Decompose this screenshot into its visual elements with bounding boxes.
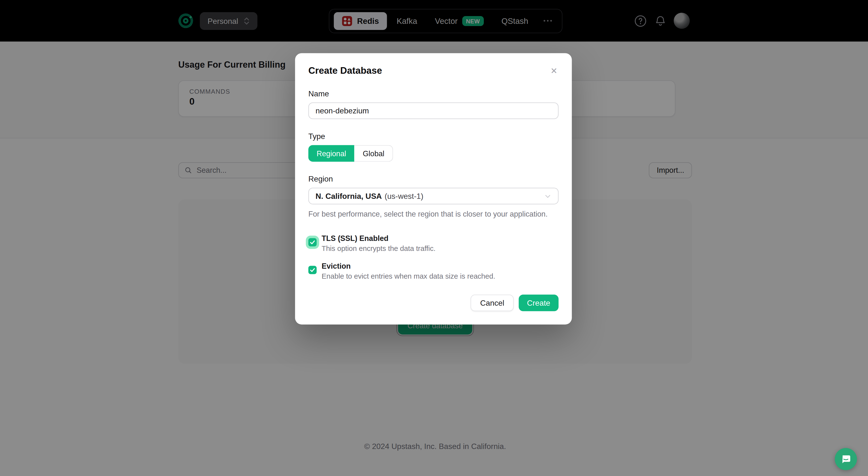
create-button[interactable]: Create	[519, 295, 559, 311]
modal-footer: Cancel Create	[308, 295, 559, 311]
app-viewport: Personal Redis Kafka	[0, 0, 868, 476]
chat-launcher-button[interactable]	[835, 448, 857, 470]
type-segmented-control: Regional Global	[308, 145, 393, 161]
check-icon	[309, 239, 315, 245]
tls-row: TLS (SSL) Enabled This option encrypts t…	[308, 234, 559, 252]
close-icon[interactable]: ✕	[549, 65, 559, 76]
type-label: Type	[308, 132, 559, 141]
eviction-label: Eviction	[321, 262, 495, 270]
chat-bubble-icon	[840, 454, 851, 465]
type-option-regional[interactable]: Regional	[308, 145, 354, 161]
cancel-button[interactable]: Cancel	[471, 295, 514, 311]
tls-texts: TLS (SSL) Enabled This option encrypts t…	[321, 234, 435, 252]
eviction-checkbox[interactable]	[308, 266, 316, 274]
name-label: Name	[308, 89, 559, 98]
check-icon	[309, 267, 315, 273]
region-select[interactable]: N. California, USA (us-west-1)	[308, 188, 559, 204]
modal-title: Create Database	[308, 65, 382, 77]
tls-description: This option encrypts the data traffic.	[321, 244, 435, 252]
region-code: (us-west-1)	[384, 191, 423, 200]
eviction-description: Enable to evict entries when max data si…	[321, 272, 495, 280]
eviction-texts: Eviction Enable to evict entries when ma…	[321, 262, 495, 280]
region-help-text: For best performance, select the region …	[308, 210, 559, 218]
region-value: N. California, USA	[315, 191, 382, 200]
chevron-down-icon	[544, 192, 552, 200]
create-database-modal: Create Database ✕ Name Type Regional Glo…	[295, 53, 572, 324]
tls-label: TLS (SSL) Enabled	[321, 234, 435, 243]
tls-checkbox[interactable]	[308, 238, 316, 246]
region-label: Region	[308, 175, 559, 183]
eviction-row: Eviction Enable to evict entries when ma…	[308, 262, 559, 280]
database-name-input[interactable]	[308, 102, 559, 119]
modal-header: Create Database ✕	[308, 65, 559, 77]
type-option-global[interactable]: Global	[354, 145, 393, 161]
